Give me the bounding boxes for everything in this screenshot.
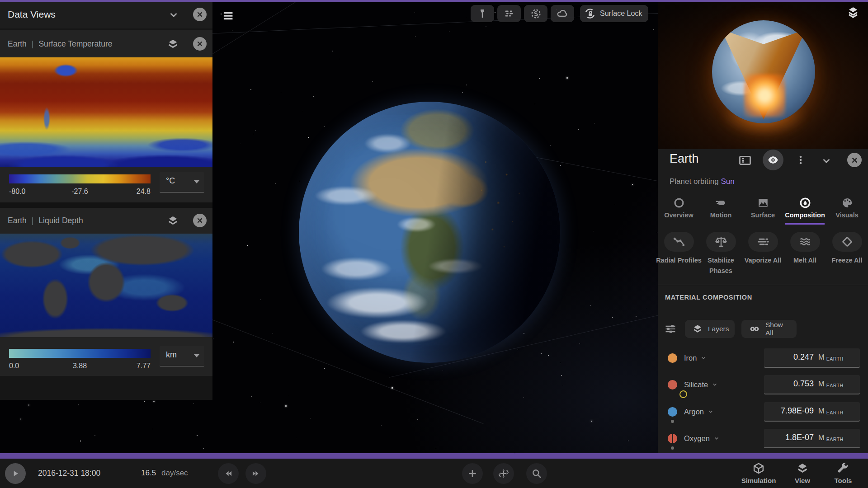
freeze-all-icon [832,232,862,252]
mass-value-field[interactable]: 0.753 M EARTH [764,375,860,394]
filter-sliders-icon[interactable] [664,323,677,335]
chevron-down-icon [708,408,714,415]
material-dropdown[interactable]: Silicate [684,371,718,398]
accent-bottom-bar [0,453,868,459]
chevron-down-icon [193,180,200,184]
liquid-depth-map [0,234,212,337]
close-panel-button[interactable] [847,153,862,167]
mass-value-field[interactable]: 7.98E-09 M EARTH [764,402,860,422]
scale-max: 24.8 [137,188,151,196]
tools-menu-button[interactable]: Tools [818,459,868,488]
simulation-datetime[interactable]: 2016-12-31 18:00 [38,469,100,478]
menu-button[interactable] [222,10,234,22]
scale-min: -80.0 [9,188,25,196]
earth-night-side [299,102,560,363]
composition-actions: Radial Profiles Stabilize Phases Vaporiz… [658,228,868,277]
overview-icon [673,197,685,209]
app-window: Surface Lock Data Views Earth | Surface … [0,0,868,488]
decrease-speed-button[interactable] [218,463,239,484]
properties-panel-icon[interactable] [738,153,752,168]
data-views-header: Data Views [0,2,212,28]
radial-profiles-button[interactable]: Radial Profiles [658,228,700,277]
simulation-speed-value[interactable]: 16.5 [141,469,156,478]
focus-camera-button[interactable] [493,463,514,484]
accent-top-bar [0,0,868,2]
melt-all-icon [790,232,820,252]
tab-motion[interactable]: Motion [700,194,742,225]
tab-visuals[interactable]: Visuals [826,194,868,225]
orbits-button[interactable] [524,5,547,22]
material-dropdown[interactable]: Oxygen [684,425,720,451]
flashlight-button[interactable] [471,5,494,22]
iron-swatch-icon [668,353,677,363]
increase-speed-button[interactable] [245,463,266,484]
scale-mid: 3.88 [73,362,87,370]
layers-icon [692,324,703,334]
visibility-eye-button[interactable] [763,150,783,170]
layers-icon[interactable] [847,5,859,18]
temperature-unit-select[interactable]: °C [160,172,204,192]
view-planet: Earth [8,39,27,49]
oxygen-swatch-icon [668,434,677,443]
melt-all-button[interactable]: Melt All [784,228,826,277]
tab-overview[interactable]: Overview [658,194,700,225]
layers-icon[interactable] [167,215,179,227]
planet-cutaway-preview [658,0,868,149]
chevron-down-icon [713,435,720,441]
kebab-menu-icon[interactable] [795,154,807,166]
scale-min: 0.0 [9,362,19,370]
earth-globe[interactable] [299,102,560,363]
view-planet: Earth [8,216,27,225]
view-header-liquid-depth: Earth | Liquid Depth [0,208,212,234]
simulation-menu-button[interactable]: Simulation [734,459,783,488]
view-title: Earth | Liquid Depth [8,208,83,234]
stabilize-phases-button[interactable]: Stabilize Phases [700,228,742,277]
close-view-button[interactable] [193,37,207,51]
liquid-colorbar [9,349,151,358]
tab-surface[interactable]: Surface [742,194,784,225]
separator: | [32,216,34,225]
close-panel-button[interactable] [193,8,207,21]
section-divider [658,285,868,285]
motion-icon [715,197,727,209]
chevron-down-icon [700,355,707,361]
silicate-swatch-icon [668,380,677,389]
collapse-chevron-button[interactable] [821,155,832,167]
mass-value-field[interactable]: 1.8E-07 M EARTH [764,429,860,448]
trails-button[interactable] [497,5,521,22]
search-button[interactable] [526,463,547,484]
material-dropdown[interactable]: Argon [684,399,714,425]
view-title: Earth | Surface Temperature [8,30,112,57]
play-button[interactable] [5,463,26,484]
liquid-unit-select[interactable]: km [160,346,204,366]
layers-toggle-button[interactable]: Layers [685,320,735,338]
close-view-button[interactable] [193,214,207,227]
layers-icon[interactable] [167,38,179,50]
add-object-button[interactable] [462,463,483,484]
surface-temperature-map [0,57,212,167]
property-tabs: Overview Motion Surface Composition Visu [658,194,868,225]
material-dropdown[interactable]: Iron [684,345,707,371]
freeze-all-button[interactable]: Freeze All [826,228,868,277]
surface-lock-button[interactable]: Surface Lock [580,5,648,22]
unit-value: km [166,350,177,360]
body-properties-panel: Earth Planet orbiting Sun [658,0,868,453]
clouds-button[interactable] [551,5,574,22]
mass-value-field[interactable]: 0.247 M EARTH [764,348,860,368]
panel-divider [0,202,212,208]
scale-mid: -27.6 [71,188,88,196]
view-metric: Surface Temperature [38,39,112,49]
vaporize-all-button[interactable]: Vaporize All [742,228,784,277]
view-header-surface-temperature: Earth | Surface Temperature [0,30,212,57]
simulation-speed-unit: day/sec [161,469,188,478]
collapse-chevron-button[interactable] [168,9,179,21]
layers-label: Layers [708,325,729,333]
body-title-actions [658,149,868,174]
separator: | [32,39,34,49]
show-all-toggle-button[interactable]: Show All [741,320,797,338]
tab-composition[interactable]: Composition [784,194,826,225]
bottom-toolbar: 2016-12-31 18:00 16.5 day/sec Simulation… [0,459,868,488]
chevron-down-icon [193,354,200,358]
material-row-iron: Iron 0.247 M EARTH [658,345,868,371]
parent-body-link[interactable]: Sun [721,177,734,186]
